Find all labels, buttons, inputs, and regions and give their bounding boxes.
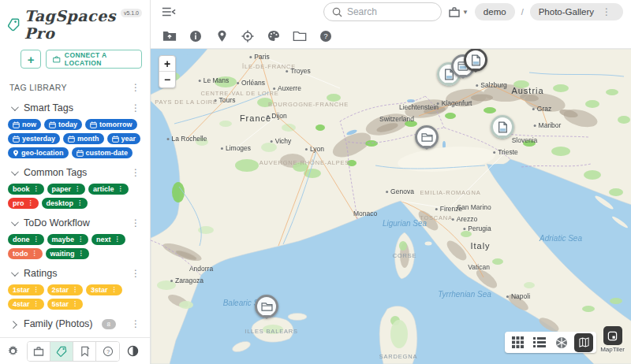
tag-pill[interactable]: 5star⋮ [47,299,84,310]
folder-menu-icon[interactable]: ⋮ [599,8,614,16]
map-marker-file[interactable] [464,49,487,72]
tag-pill-menu-icon[interactable]: ⋮ [28,200,34,206]
tag-group-header[interactable]: ToDo Workflow⋮ [6,212,145,233]
tag-pill[interactable]: yesterday [8,133,60,144]
tag-group-header[interactable]: Ratings⋮ [6,262,145,284]
tag-pill[interactable]: done⋮ [8,234,44,245]
tag-pill-label: 5star [52,301,69,308]
tag-library-menu-icon[interactable]: ⋮ [128,84,144,91]
tag-pill[interactable]: book⋮ [8,184,44,195]
maptiler-logo-button[interactable] [603,326,622,345]
tag-group-header[interactable]: Family (Photos)8⋮ [6,313,145,334]
search-input[interactable] [347,6,426,17]
tag-library-title: TAG LIBRARY [9,83,67,92]
folder-icon[interactable] [292,28,308,44]
tag-pill-menu-icon[interactable]: ⋮ [72,287,78,293]
list-view-button[interactable] [528,332,551,353]
app-logo[interactable]: TagSpaces Pro v5.1.0 [0,0,150,43]
map-type-button[interactable] [573,332,595,353]
chevron-down-icon[interactable] [11,103,19,111]
tag-pill[interactable]: waiting⋮ [46,248,89,259]
tag-pill-menu-icon[interactable]: ⋮ [33,236,39,243]
tag-pill-menu-icon[interactable]: ⋮ [111,287,118,293]
tag-pill-menu-icon[interactable]: ⋮ [78,251,84,257]
tag-group-menu-icon[interactable]: ⋮ [128,269,144,277]
connect-location-button[interactable]: CONNECT A LOCATION [46,50,142,69]
tag-pill-label: waiting [50,251,75,258]
search-box[interactable] [323,2,442,21]
tag-pill[interactable]: today [44,119,82,130]
tag-pill[interactable]: month [63,133,104,144]
tag-pill-label: 3star [91,287,108,294]
map-marker-folder[interactable] [255,295,278,318]
grid-view-button[interactable] [506,332,528,353]
tag-pill[interactable]: 3star⋮ [86,284,122,295]
svg-text:?: ? [106,347,109,355]
tag-group-header[interactable]: Smart Tags⋮ [6,97,145,118]
tag-group-header[interactable]: Common Tags⋮ [6,162,145,183]
collapse-panel-icon[interactable] [162,6,176,17]
tag-pill[interactable]: geo-location [8,147,69,158]
map-marker-file[interactable] [491,115,514,139]
theme-contrast-icon[interactable] [127,345,139,357]
tag-pill[interactable]: pro⋮ [8,198,39,209]
help-panel-button[interactable]: ? [96,342,119,361]
chevron-down-icon[interactable] [11,218,19,226]
tag-pill[interactable]: 2star⋮ [47,284,84,295]
folder-up-icon[interactable] [162,28,177,44]
zoom-out-button[interactable]: − [159,72,175,87]
breadcrumb-folder-chip[interactable]: Photo-Gallery ⋮ [530,3,623,20]
add-location-button[interactable]: + [21,50,41,69]
chevron-down-icon[interactable] [11,269,19,277]
location-chooser-button[interactable]: ▼ [448,6,469,18]
tag-pill-menu-icon[interactable]: ⋮ [33,287,39,293]
tag-group-menu-icon[interactable]: ⋮ [128,219,144,227]
tag-pill-label: 1star [13,287,30,294]
tag-pill-menu-icon[interactable]: ⋮ [74,186,80,192]
tag-pill-menu-icon[interactable]: ⋮ [118,186,124,192]
breadcrumb-location-chip[interactable]: demo [475,3,515,20]
tag-pill[interactable]: 1star⋮ [8,284,44,295]
tag-pill-menu-icon[interactable]: ⋮ [33,301,39,307]
chevron-right-icon[interactable] [9,321,17,329]
location-pin-icon[interactable] [214,28,230,44]
tag-pill-menu-icon[interactable]: ⋮ [77,236,84,243]
tag-pill[interactable]: todo⋮ [8,248,43,259]
tag-group-menu-icon[interactable]: ⋮ [128,104,144,112]
tag-pill[interactable]: custom-date [72,147,133,158]
list-view-icon [533,337,546,347]
tag-pill-menu-icon[interactable]: ⋮ [114,236,121,243]
tag-pill[interactable]: year [107,133,141,144]
tag-pill[interactable]: tomorrow [85,119,137,130]
map-marker-folder[interactable] [415,125,439,149]
briefcase-icon [53,55,61,64]
help-icon[interactable]: ? [318,28,334,44]
tag-group-menu-icon[interactable]: ⋮ [128,320,144,328]
map-view[interactable]: ParisÎLE-DE-FRANCETroyesLe MansOrléansAu… [151,49,631,364]
map-zoom-control: + − [159,55,176,88]
breadcrumb-separator: / [521,7,524,17]
tag-pill-menu-icon[interactable]: ⋮ [77,200,83,206]
locations-panel-button[interactable] [28,342,50,361]
tag-pill[interactable]: next⋮ [91,234,125,245]
info-icon[interactable] [188,28,203,44]
tag-pill[interactable]: 4star⋮ [8,299,44,310]
tag-pill[interactable]: article⋮ [88,184,129,195]
zoom-in-button[interactable]: + [159,56,175,72]
tag-pill[interactable]: now [8,119,41,130]
tag-pill-label: article [93,186,114,193]
gps-target-icon[interactable] [240,28,256,44]
perspective-shutter-button[interactable] [551,332,573,353]
tag-pill[interactable]: maybe⋮ [47,234,89,245]
tag-pill-menu-icon[interactable]: ⋮ [72,301,78,307]
chevron-down-icon[interactable] [11,168,19,176]
tags-panel-button[interactable] [50,342,73,361]
settings-gear-icon[interactable] [6,344,20,358]
tag-pill-menu-icon[interactable]: ⋮ [32,251,38,257]
palette-icon[interactable] [266,28,282,44]
bookmarks-panel-button[interactable] [73,342,96,361]
tag-group-menu-icon[interactable]: ⋮ [128,169,144,176]
tag-pill[interactable]: paper⋮ [47,184,86,195]
tag-pill[interactable]: desktop⋮ [42,198,88,209]
tag-pill-menu-icon[interactable]: ⋮ [33,186,39,192]
